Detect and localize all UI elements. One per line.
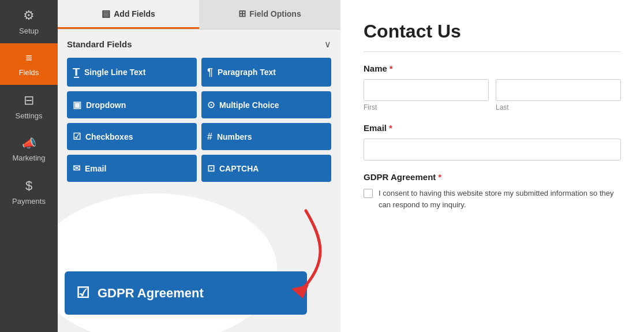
sidebar-item-setup-label: Setup — [19, 27, 39, 35]
first-name-input[interactable] — [364, 79, 489, 101]
field-btn-dropdown-label: Dropdown — [86, 100, 126, 110]
field-btn-checkboxes-label: Checkboxes — [85, 132, 133, 141]
email-icon: ✉ — [73, 163, 80, 174]
gdpr-consent-checkbox[interactable] — [364, 189, 373, 198]
fields-icon: ≡ — [25, 51, 32, 65]
field-btn-captcha-label: CAPTCHA — [219, 164, 259, 173]
single-line-text-icon: T̲ — [73, 66, 80, 79]
field-btn-gdpr-agreement[interactable]: ☑ GDPR Agreement — [65, 271, 307, 315]
field-btn-numbers[interactable]: # Numbers — [201, 123, 331, 150]
gdpr-btn-container: ☑ GDPR Agreement — [65, 271, 334, 315]
form-title: Contact Us — [364, 21, 621, 42]
name-inputs-row: First Last — [364, 79, 621, 111]
gdpr-spotlight: ☑ GDPR Agreement — [58, 217, 340, 332]
gdpr-btn-label: GDPR Agreement — [98, 286, 204, 301]
sidebar-item-setup[interactable]: ⚙ Setup — [0, 0, 58, 43]
field-btn-paragraph-text-label: Paragraph Text — [218, 68, 276, 77]
form-preview-panel: Contact Us Name * First Last Email * G — [340, 0, 644, 332]
add-fields-tab-icon: ▤ — [102, 8, 110, 19]
form-divider — [364, 51, 621, 52]
field-btn-captcha[interactable]: ⊡ CAPTCHA — [201, 155, 331, 182]
marketing-icon: 📣 — [22, 136, 36, 150]
tab-field-options-label: Field Options — [249, 9, 301, 18]
name-label-text: Name — [364, 64, 387, 73]
field-btn-single-line-text[interactable]: T̲ Single Line Text — [67, 58, 197, 87]
name-required-star: * — [390, 64, 393, 73]
settings-icon: ⊟ — [24, 93, 34, 108]
gdpr-label-text: GDPR Agreement — [364, 172, 436, 182]
field-btn-single-line-text-label: Single Line Text — [84, 68, 145, 77]
tab-bar: ▤ Add Fields ⊞ Field Options — [58, 0, 340, 29]
fields-panel: ▤ Add Fields ⊞ Field Options Standard Fi… — [58, 0, 340, 332]
dropdown-icon: ▣ — [73, 99, 81, 110]
captcha-icon: ⊡ — [207, 163, 215, 174]
paragraph-text-icon: ¶ — [207, 66, 213, 79]
email-input[interactable] — [364, 139, 621, 161]
fields-grid: T̲ Single Line Text ¶ Paragraph Text ▣ D… — [67, 58, 331, 182]
tab-field-options[interactable]: ⊞ Field Options — [199, 0, 340, 29]
sidebar-item-marketing[interactable]: 📣 Marketing — [0, 128, 58, 170]
form-field-gdpr: GDPR Agreement * I consent to having thi… — [364, 172, 621, 210]
form-field-name: Name * First Last — [364, 64, 621, 111]
payments-icon: $ — [25, 178, 32, 193]
sidebar-item-marketing-label: Marketing — [12, 154, 45, 162]
form-field-email: Email * — [364, 123, 621, 161]
numbers-icon: # — [207, 132, 212, 142]
first-name-sublabel: First — [364, 103, 489, 111]
email-required-star: * — [389, 123, 392, 133]
standard-fields-header: Standard Fields ∨ — [67, 39, 331, 50]
field-btn-multiple-choice[interactable]: ⊙ Multiple Choice — [201, 91, 331, 118]
sidebar: ⚙ Setup ≡ Fields ⊟ Settings 📣 Marketing … — [0, 0, 58, 332]
multiple-choice-icon: ⊙ — [207, 99, 215, 110]
gdpr-label: GDPR Agreement * — [364, 172, 621, 182]
field-btn-paragraph-text[interactable]: ¶ Paragraph Text — [201, 58, 331, 87]
last-name-sublabel: Last — [496, 103, 621, 111]
sidebar-item-fields-label: Fields — [19, 68, 39, 77]
field-btn-dropdown[interactable]: ▣ Dropdown — [67, 91, 197, 118]
standard-fields-title: Standard Fields — [67, 39, 132, 49]
field-btn-multiple-choice-label: Multiple Choice — [219, 100, 279, 110]
email-label: Email * — [364, 123, 621, 133]
last-name-wrap: Last — [496, 79, 621, 111]
tab-add-fields-label: Add Fields — [114, 9, 155, 18]
checkboxes-icon: ☑ — [73, 131, 81, 142]
gdpr-required-star: * — [438, 172, 441, 182]
field-btn-checkboxes[interactable]: ☑ Checkboxes — [67, 123, 197, 150]
sidebar-item-settings[interactable]: ⊟ Settings — [0, 85, 58, 128]
field-btn-email[interactable]: ✉ Email — [67, 155, 197, 182]
gdpr-consent-row: I consent to having this website store m… — [364, 188, 621, 210]
field-btn-numbers-label: Numbers — [217, 132, 252, 141]
field-options-tab-icon: ⊞ — [238, 8, 246, 19]
first-name-wrap: First — [364, 79, 489, 111]
field-btn-email-label: Email — [85, 164, 106, 173]
last-name-input[interactable] — [496, 79, 621, 101]
name-label: Name * — [364, 64, 621, 73]
gdpr-checkbox-icon: ☑ — [76, 284, 89, 302]
gear-icon: ⚙ — [23, 8, 35, 23]
email-label-text: Email — [364, 123, 387, 133]
sidebar-item-payments[interactable]: $ Payments — [0, 170, 58, 214]
sidebar-item-fields[interactable]: ≡ Fields — [0, 43, 58, 85]
tab-add-fields[interactable]: ▤ Add Fields — [58, 0, 199, 29]
gdpr-consent-text: I consent to having this website store m… — [379, 188, 621, 210]
chevron-down-icon[interactable]: ∨ — [324, 39, 331, 50]
sidebar-item-payments-label: Payments — [12, 197, 46, 206]
sidebar-item-settings-label: Settings — [16, 111, 43, 120]
